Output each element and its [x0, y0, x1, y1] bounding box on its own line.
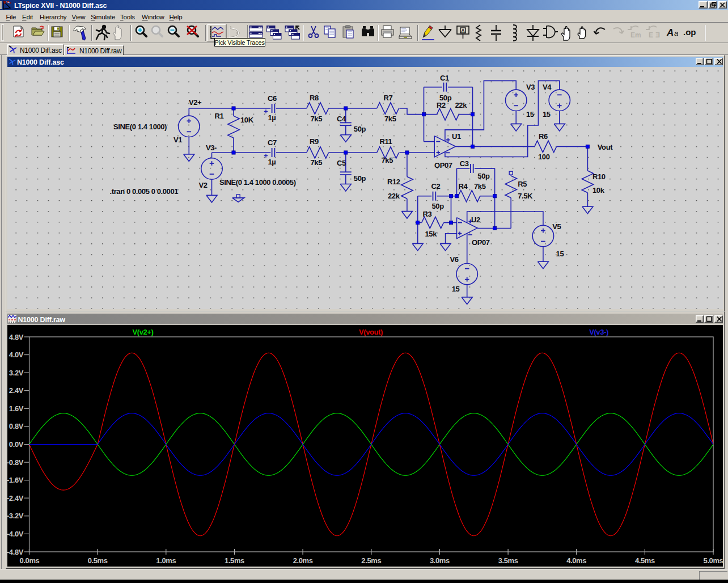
svg-text:C3: C3 — [460, 159, 469, 168]
svg-text:0.0V: 0.0V — [9, 440, 24, 449]
svg-text:50p: 50p — [354, 125, 366, 133]
svg-text:22k: 22k — [388, 192, 400, 200]
svg-text:C4: C4 — [337, 115, 346, 123]
svg-text:0.0ms: 0.0ms — [20, 556, 40, 565]
svg-text:E: E — [649, 31, 653, 39]
svg-text:A: A — [666, 27, 674, 38]
svg-text:.op: .op — [683, 27, 696, 37]
svg-text:3.5ms: 3.5ms — [498, 556, 518, 565]
svg-text:7k5: 7k5 — [311, 158, 323, 167]
svg-text:15: 15 — [526, 110, 534, 119]
svg-text:2.5ms: 2.5ms — [361, 556, 381, 565]
svg-text:5.0ms: 5.0ms — [704, 556, 723, 565]
svg-text:1.5ms: 1.5ms — [225, 556, 244, 565]
svg-text:-4.0V: -4.0V — [7, 529, 24, 538]
svg-text:A: A — [461, 28, 465, 33]
svg-text:2.0ms: 2.0ms — [293, 556, 313, 565]
svg-text:50p: 50p — [432, 202, 445, 210]
svg-text:7k5: 7k5 — [384, 115, 396, 123]
svg-text:R9: R9 — [310, 137, 319, 146]
svg-text:R6: R6 — [539, 132, 548, 141]
svg-text:V(v3-): V(v3-) — [589, 327, 608, 336]
svg-text:R4: R4 — [459, 182, 468, 191]
svg-text:R2: R2 — [437, 101, 446, 109]
svg-text:Em: Em — [630, 31, 641, 39]
svg-text:-0.8V: -0.8V — [7, 458, 24, 466]
svg-text:1µ: 1µ — [268, 113, 276, 122]
svg-text:V6: V6 — [450, 255, 459, 264]
svg-text:15: 15 — [452, 285, 460, 293]
svg-text:15k: 15k — [425, 230, 438, 238]
svg-text:Ǝ: Ǝ — [655, 31, 660, 39]
svg-text:4.8V: 4.8V — [9, 332, 24, 341]
svg-text:7k5: 7k5 — [474, 182, 486, 191]
svg-text:-4.8V: -4.8V — [7, 547, 24, 556]
svg-text:R12: R12 — [387, 178, 400, 186]
svg-text:C6: C6 — [268, 94, 277, 103]
svg-text:C7: C7 — [268, 138, 277, 147]
svg-text:7k5: 7k5 — [311, 115, 323, 123]
svg-text:R1: R1 — [215, 112, 224, 120]
svg-text:3.2V: 3.2V — [9, 368, 24, 377]
svg-text:50p: 50p — [354, 174, 366, 183]
svg-text:a: a — [674, 29, 678, 37]
svg-text:7k5: 7k5 — [382, 156, 393, 164]
svg-text:7.5K: 7.5K — [518, 192, 533, 200]
svg-text:22k: 22k — [455, 101, 468, 109]
svg-text:R11: R11 — [380, 137, 392, 146]
svg-text:V4: V4 — [543, 83, 552, 91]
svg-text:4.5ms: 4.5ms — [635, 556, 655, 565]
svg-text:50p: 50p — [477, 172, 490, 180]
svg-text:R8: R8 — [310, 94, 319, 102]
svg-text:V5: V5 — [552, 222, 561, 231]
svg-text:4.0ms: 4.0ms — [566, 556, 586, 565]
svg-text:2.4V: 2.4V — [9, 386, 24, 395]
svg-text:0.5ms: 0.5ms — [88, 556, 108, 565]
svg-text:Vout: Vout — [598, 143, 613, 151]
svg-text:-3.2V: -3.2V — [7, 512, 24, 520]
svg-text:OP07: OP07 — [472, 238, 490, 247]
svg-text:1µ: 1µ — [268, 158, 276, 166]
svg-text:R5: R5 — [518, 180, 527, 188]
svg-text:-1.6V: -1.6V — [7, 476, 24, 484]
svg-text:R3: R3 — [423, 210, 432, 218]
svg-text:V3: V3 — [526, 83, 535, 91]
svg-text:0.8V: 0.8V — [9, 422, 24, 430]
svg-text:SINE(0 1.4 1000): SINE(0 1.4 1000) — [113, 122, 167, 131]
svg-text:C2: C2 — [431, 182, 441, 191]
svg-text:V(v2+): V(v2+) — [133, 327, 154, 336]
svg-text:1.6V: 1.6V — [9, 404, 24, 412]
svg-text:R7: R7 — [384, 94, 393, 102]
svg-text:U1: U1 — [452, 132, 461, 141]
svg-text:V2+: V2+ — [189, 98, 202, 107]
svg-text:15: 15 — [543, 110, 551, 119]
svg-text:4.0V: 4.0V — [9, 350, 24, 359]
svg-text:100: 100 — [538, 153, 550, 161]
svg-text:10K: 10K — [240, 116, 254, 124]
svg-text:R10: R10 — [592, 172, 606, 181]
svg-text:SINE(0 1.4 1000 0.0005): SINE(0 1.4 1000 0.0005) — [219, 178, 296, 187]
svg-text:15: 15 — [556, 250, 564, 258]
svg-text:C1: C1 — [440, 74, 449, 82]
svg-text:-2.4V: -2.4V — [7, 493, 24, 502]
svg-text:.tran 0 0.005 0 0.0001: .tran 0 0.005 0 0.0001 — [110, 187, 179, 196]
svg-text:1.0ms: 1.0ms — [156, 556, 176, 565]
svg-text:V1: V1 — [173, 136, 182, 144]
svg-text:V2: V2 — [199, 181, 208, 189]
svg-text:V3-: V3- — [206, 143, 217, 152]
svg-text:OP07: OP07 — [434, 161, 452, 170]
svg-text:V(vout): V(vout) — [359, 327, 383, 336]
svg-text:3.0ms: 3.0ms — [430, 556, 450, 565]
svg-text:10k: 10k — [592, 186, 605, 195]
svg-text:C5: C5 — [337, 159, 346, 167]
svg-text:U2: U2 — [471, 216, 480, 224]
